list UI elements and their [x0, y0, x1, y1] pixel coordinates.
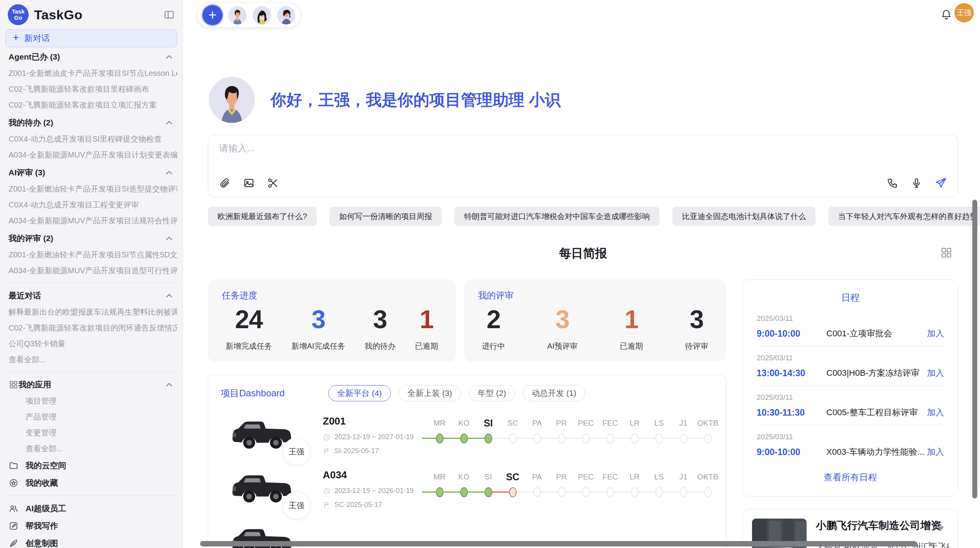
milestone-label: FEC: [598, 415, 622, 431]
chevron-up-icon[interactable]: [164, 380, 174, 390]
milestone-sc: SC: [500, 469, 525, 506]
send-icon[interactable]: [935, 177, 947, 189]
sidebar-item[interactable]: Z001-全新燃油皮卡产品开发项目SI节点Lesson Learn报告: [5, 65, 177, 81]
dashboard-tab[interactable]: 全新上装 (3): [399, 385, 461, 401]
sidebar-item-star-badge[interactable]: 我的收藏: [5, 474, 177, 491]
sidebar-item[interactable]: C0X4-动力总成开发项目SI里程碑提交物检查: [5, 131, 177, 147]
clock-icon: [323, 487, 331, 495]
milestone-dot: [704, 433, 712, 444]
sidebar-item[interactable]: C02-飞腾新能源轻客改款项目立项汇报方案: [5, 97, 177, 113]
sidebar-item[interactable]: C0X4-动力总成开发项目工程变更评审: [5, 197, 177, 213]
sidebar-section-header: 我的评审 (2): [5, 229, 177, 247]
sidebar-tool-write[interactable]: 帮我写作: [5, 517, 177, 534]
agent-avatar-2[interactable]: [252, 6, 271, 25]
schedule-time: 9:00-10:00: [757, 329, 822, 339]
horizontal-scrollbar[interactable]: [200, 541, 917, 546]
project-row[interactable]: 王强Z0012023-12-19 ~ 2027-01-19SI-2025-05-…: [221, 415, 713, 455]
join-meeting-link[interactable]: 加入: [927, 407, 944, 418]
chat-input[interactable]: [219, 142, 947, 166]
sidebar-section-label: 我的评审 (2): [9, 233, 164, 244]
milestone-sc: SC: [500, 415, 525, 452]
sidebar-item[interactable]: A034-全新新能源MUV产品开发项目计划变更表编写: [5, 147, 177, 163]
schedule-time: 10:30-11:30: [757, 408, 822, 418]
microphone-icon[interactable]: [911, 177, 922, 189]
schedule-item: 2025/03/1113:00-14:30C003|H0B-方案冻结评审加入: [757, 346, 944, 385]
sidebar-section-label: 我的应用: [19, 379, 164, 390]
recent-conversation-item[interactable]: C02-飞腾新能源轻客改款项目的闭环通告反馈情况: [5, 320, 177, 336]
dashboard-tab[interactable]: 全新平台 (4): [328, 385, 391, 401]
sidebar: Task Go TaskGo + 新对话 Agent已办 (3)Z001-全新燃…: [0, 0, 183, 548]
recent-conversation-item[interactable]: 解释最新出台的欧盟报废车法规再生塑料比例被调至15%...: [5, 304, 177, 320]
app-logo: Task Go: [8, 4, 29, 25]
milestone-mr: MR: [427, 415, 452, 452]
app-menu-item[interactable]: 产品管理: [5, 409, 177, 425]
milestone-dot: [631, 487, 639, 497]
app-menu-item[interactable]: 项目管理: [5, 393, 177, 409]
suggestion-chip[interactable]: 特朗普可能对进口汽车增税会对中国车企造成哪些影响: [454, 207, 660, 226]
chat-input-card: [208, 135, 958, 197]
voice-call-icon[interactable]: [887, 177, 898, 189]
schedule-date: 2025/03/11: [757, 314, 944, 323]
chevron-up-icon[interactable]: [164, 233, 174, 243]
chevron-up-icon[interactable]: [164, 168, 174, 178]
image-upload-icon[interactable]: [243, 177, 255, 189]
suggestion-chip[interactable]: 当下年轻人对汽车外观有怎样的喜好趋势: [828, 207, 980, 226]
scissors-icon[interactable]: [267, 177, 279, 189]
dashboard-tab[interactable]: 动总开发 (1): [523, 385, 586, 401]
dashboard-tab[interactable]: 年型 (2): [469, 385, 515, 401]
sidebar-item[interactable]: C02-飞腾新能源轻客改款项目里程碑画布: [5, 81, 177, 97]
join-meeting-link[interactable]: 加入: [927, 328, 944, 339]
vertical-scrollbar[interactable]: [972, 200, 977, 498]
main-area: + 王强 你好，王强，我是你的项目管理助理 小识: [183, 0, 980, 548]
sidebar-tool-quill[interactable]: 创意制图: [5, 534, 177, 548]
user-avatar[interactable]: 王强: [954, 3, 974, 22]
chevron-up-icon[interactable]: [164, 291, 174, 301]
join-meeting-link[interactable]: 加入: [927, 367, 944, 379]
sidebar-item[interactable]: Z001-全新燃油轻卡产品开发项目SI造型提交物评审: [5, 181, 177, 197]
agent-avatar-3[interactable]: [277, 6, 296, 25]
app-menu-item[interactable]: 变更管理: [5, 425, 177, 441]
project-owner-badge: 王强: [283, 438, 310, 466]
project-row[interactable]: 王强A0342023-12-19 ~ 2026-01-19SC-2025-05-…: [221, 469, 713, 509]
schedule-date: 2025/03/11: [757, 393, 944, 402]
scroll-down-arrow[interactable]: [937, 526, 944, 531]
sidebar-item-label: 帮我写作: [26, 521, 58, 531]
scroll-right-arrow[interactable]: [929, 541, 934, 547]
suggestion-chip[interactable]: 如何写一份清晰的项目周报: [329, 207, 442, 226]
sidebar-item-folder[interactable]: 我的云空间: [5, 457, 177, 474]
view-all-schedule-link[interactable]: 查看所有日程: [757, 471, 944, 483]
suggestion-chip[interactable]: 欧洲新规最近颁布了什么?: [208, 207, 317, 226]
milestone-si: SI: [476, 415, 500, 452]
milestone-ls: LS: [647, 415, 671, 452]
chevron-up-icon[interactable]: [164, 52, 174, 62]
sidebar-item[interactable]: A034-全新新能源MUV产品开发项目法规符合性评审: [5, 213, 177, 229]
sidebar-section-header: Agent已办 (3): [5, 48, 177, 65]
recent-conversation-item[interactable]: 查看全部...: [5, 352, 177, 368]
sidebar-item[interactable]: Z001-全新燃油轻卡产品开发项目SI节点属性5D文件评审: [5, 247, 177, 263]
sidebar-header: Task Go TaskGo: [5, 0, 177, 29]
sidebar-item-label: 我的云空间: [26, 460, 66, 471]
milestone-lr: LR: [622, 469, 647, 506]
layout-grid-icon[interactable]: [940, 246, 953, 259]
apps-grid-icon: [9, 380, 19, 390]
milestone-dot: [436, 433, 444, 444]
suggestion-chip[interactable]: 比亚迪全固态电池计划具体说了什么: [672, 207, 816, 226]
sidebar-item[interactable]: A034-全新新能源MUV产品开发项目造型可行性评审: [5, 263, 177, 279]
recent-conversation-item[interactable]: 公司Q3轻卡销量: [5, 336, 177, 352]
add-agent-button[interactable]: +: [202, 5, 223, 25]
milestone-dot: [509, 433, 517, 444]
attachment-icon[interactable]: [219, 177, 231, 189]
new-chat-button[interactable]: + 新对话: [5, 29, 177, 47]
sidebar-tool-users[interactable]: AI超级员工: [5, 500, 177, 517]
agent-avatar-1[interactable]: [228, 6, 247, 25]
collapse-sidebar-icon[interactable]: [163, 9, 175, 21]
schedule-date: 2025/03/11: [757, 433, 944, 441]
app-menu-item[interactable]: 查看全部...: [5, 441, 177, 457]
notification-bell-icon[interactable]: [941, 9, 952, 21]
chevron-up-icon[interactable]: [164, 118, 174, 128]
stat-card: 任务进度24新增完成任务3新增AI完成任务3我的待办1已逾期: [208, 279, 456, 361]
milestone-label: PR: [549, 415, 574, 431]
join-meeting-link[interactable]: 加入: [927, 446, 944, 458]
quill-icon: [9, 538, 19, 548]
star-badge-icon: [9, 478, 19, 488]
